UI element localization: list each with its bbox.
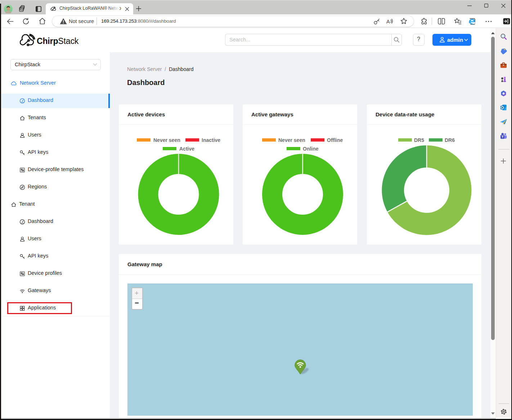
svg-text:A: A [386, 19, 390, 24]
